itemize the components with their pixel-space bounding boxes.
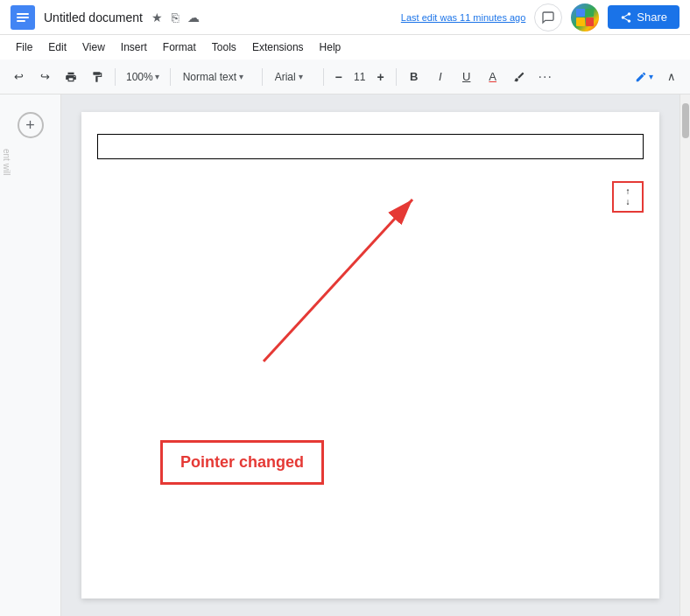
document-area[interactable]: ↑ ↓ Pointer changed [61,94,679,616]
separator-1 [115,68,116,86]
print-button[interactable] [60,66,82,88]
menu-tools[interactable]: Tools [205,38,243,56]
add-page-button[interactable]: + [18,112,44,138]
menu-insert[interactable]: Insert [114,38,154,56]
table-container: ↑ ↓ [97,134,644,159]
zoom-selector[interactable]: 100% ▾ [122,68,164,86]
style-chevron-icon: ▾ [239,72,243,81]
app-icon [11,5,35,30]
font-selector[interactable]: Arial ▾ [269,68,317,86]
menu-help[interactable]: Help [313,38,349,56]
main-area: + ent will ↑ ↓ [0,94,690,616]
zoom-value: 100% [126,71,153,83]
left-sidebar: + ent will [0,94,61,616]
font-chevron-icon: ▾ [299,72,303,81]
menu-format[interactable]: Format [156,38,203,56]
annotation-arrow-svg [62,151,500,414]
meet-avatar[interactable] [571,4,599,32]
share-button[interactable]: Share [608,5,679,29]
style-value: Normal text [183,71,236,83]
menu-file[interactable]: File [9,38,39,56]
history-icon[interactable]: ⎘ [170,9,180,26]
font-size-decrease-button[interactable]: − [330,67,348,87]
menu-edit[interactable]: Edit [41,38,74,56]
underline-button[interactable]: U [455,66,478,88]
undo-button[interactable]: ↩ [7,66,30,88]
pointer-changed-text: Pointer changed [180,453,304,471]
menu-view[interactable]: View [75,38,112,56]
scroll-thumb[interactable] [682,103,689,138]
table-cell[interactable] [98,135,644,159]
cloud-icon[interactable]: ☁ [186,9,201,26]
title-bar: Untitled document ★ ⎘ ☁ Last edit was 11… [0,0,690,35]
bold-button[interactable]: B [403,66,426,88]
menu-extensions[interactable]: Extensions [245,38,311,56]
title-icons: ★ ⎘ ☁ [150,9,201,26]
table-row [98,135,644,159]
document-table[interactable] [97,134,644,159]
collapse-toolbar-button[interactable]: ∧ [660,66,683,88]
document-title[interactable]: Untitled document [44,10,143,24]
svg-line-1 [264,200,412,361]
separator-4 [323,68,324,86]
star-icon[interactable]: ★ [150,9,165,26]
separator-3 [262,68,263,86]
header-right: Last edit was 11 minutes ago Share [396,4,679,32]
resize-arrow-up-icon: ↑ [626,187,630,196]
zoom-chevron-icon: ▾ [155,72,159,81]
italic-button[interactable]: I [429,66,452,88]
redo-button[interactable]: ↪ [33,66,56,88]
row-resize-handle[interactable]: ↑ ↓ [612,181,644,213]
last-edit-text[interactable]: Last edit was 11 minutes ago [401,12,525,23]
right-scrollbar[interactable] [679,94,690,616]
more-options-button[interactable]: ··· [534,66,557,88]
resize-arrow-down-icon: ↓ [626,198,630,206]
font-value: Arial [275,71,296,83]
paragraph-style-selector[interactable]: Normal text ▾ [177,68,256,86]
edit-mode-button[interactable]: ▾ [631,69,657,85]
font-size-increase-button[interactable]: + [372,67,390,87]
highlight-button[interactable] [508,66,531,88]
font-size-area: − 11 + [330,67,390,87]
menu-bar: File Edit View Insert Format Tools Exten… [0,35,690,60]
chat-icon-button[interactable] [534,4,562,32]
separator-5 [396,68,397,86]
font-size-value: 11 [349,71,370,83]
sidebar-label: ent will [2,149,11,176]
more-dots-icon: ··· [539,69,553,85]
paint-format-button[interactable] [86,66,109,88]
text-color-button[interactable]: A [482,66,504,88]
edit-mode-chevron-icon: ▾ [649,72,653,81]
document-page: ↑ ↓ Pointer changed [81,112,659,598]
toolbar: ↩ ↪ 100% ▾ Normal text ▾ Arial ▾ − 11 + … [0,60,690,94]
separator-2 [170,68,171,86]
share-label: Share [637,10,667,24]
pointer-changed-box: Pointer changed [160,440,324,485]
